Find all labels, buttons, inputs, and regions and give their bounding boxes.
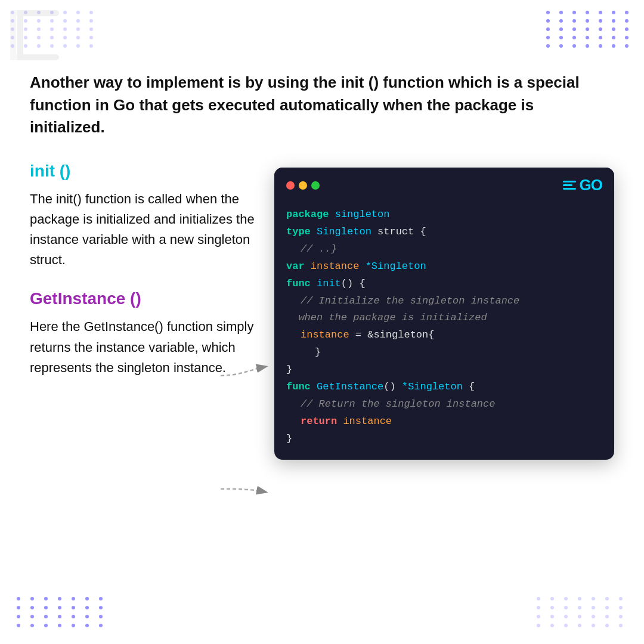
init-section-body: The init() function is called when the p… [30,189,256,270]
code-line-4: var instance *Singleton [286,258,602,275]
code-line-6: // Initialize the singleton instance [286,293,602,310]
decorative-bracket-top-left [8,8,80,62]
init-section-title: init () [30,162,256,181]
go-logo-line-2 [563,184,572,186]
code-line-11: func GetInstance() *Singleton { [286,379,602,396]
code-line-2: type Singleton struct { [286,224,602,241]
code-body: package singleton type Singleton struct … [274,200,614,459]
traffic-lights [286,181,320,190]
minimize-button-icon [299,181,307,190]
close-button-icon [286,181,295,190]
code-line-1: package singleton [286,206,602,224]
arrow-getinstance [221,489,265,492]
go-logo-line-3 [563,188,576,190]
decorative-dots-bottom-right [537,597,627,627]
maximize-button-icon [311,181,320,190]
code-line-14: } [286,431,602,448]
getinstance-section-body: Here the GetInstance() function simply r… [30,317,256,377]
go-logo: GO [563,176,602,194]
code-title-bar: GO [274,168,614,200]
code-line-3: // ..} [286,241,602,258]
code-panel: GO package singleton type Singleton stru… [274,168,614,459]
code-line-12: // Return the singleton instance [286,396,602,413]
main-layout: init () The init() function is called wh… [30,162,614,459]
getinstance-section-title: GetInstance () [30,289,256,308]
code-line-7: when the package is initialized [286,309,602,327]
go-logo-line-1 [563,181,576,182]
code-line-13: return instance [286,413,602,431]
code-line-8: instance = &singleton{ [286,327,602,344]
intro-paragraph: Another way to implement is by using the… [30,72,596,139]
code-line-5: func init() { [286,275,602,293]
main-content: Another way to implement is by using the… [30,72,614,460]
code-line-10: } [286,361,602,379]
left-panel: init () The init() function is called wh… [30,162,256,397]
go-logo-text: GO [580,176,602,194]
decorative-dots-bottom-left [17,597,107,627]
code-line-9: } [286,344,602,361]
decorative-dots-top-right [546,11,633,48]
go-logo-lines [563,181,576,190]
